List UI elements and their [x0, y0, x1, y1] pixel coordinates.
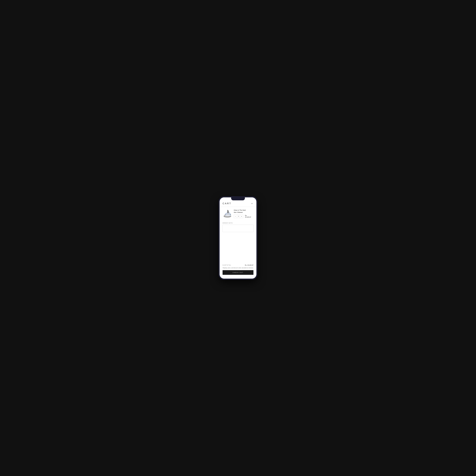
svg-point-7 — [225, 214, 225, 215]
quantity-increase-button[interactable]: + — [240, 215, 243, 218]
cart-panel: CART × — [220, 197, 256, 279]
checkout-button[interactable]: CHECK OUT — [222, 270, 254, 275]
phone-shell: CART × — [219, 197, 257, 279]
shipping-note: Shipping, taxes, and discount codes calc… — [222, 267, 254, 269]
subtotal-amount: Rs. 25,325.97 — [245, 264, 254, 266]
svg-rect-5 — [227, 210, 228, 213]
subtotal-label: SUBTOTAL — [222, 265, 231, 266]
product-shoe-svg — [222, 209, 232, 220]
order-note-label: ORDER NOTE — [222, 222, 254, 224]
size-label: Size: — [234, 212, 237, 213]
cart-bottom: SUBTOTAL Rs. 25,325.97 Shipping, taxes, … — [220, 263, 256, 279]
svg-point-10 — [225, 215, 225, 215]
subtotal-row: SUBTOTAL Rs. 25,325.97 — [222, 264, 254, 266]
order-note-input[interactable] — [222, 225, 254, 232]
phone-screen: CART × — [220, 197, 256, 279]
svg-point-8 — [226, 214, 226, 214]
svg-rect-6 — [228, 210, 229, 213]
scene: CART × — [216, 192, 260, 284]
product-image — [222, 209, 232, 220]
quantity-value: 1 — [237, 215, 240, 218]
product-name: Glow In The Dark — [234, 209, 254, 211]
order-note-section: ORDER NOTE — [220, 221, 256, 234]
cart-title: CART — [222, 202, 231, 205]
product-price: Rs. 25,325.97 — [245, 215, 254, 218]
svg-point-9 — [226, 215, 226, 215]
product-info: Glow In The Dark Size: 5 Women − 1 + Rs. — [234, 209, 254, 218]
quantity-price-row: − 1 + Rs. 25,325.97 — [234, 215, 254, 218]
quantity-control: − 1 + — [234, 215, 243, 218]
size-value: 5 Women — [237, 212, 243, 213]
close-button[interactable]: × — [251, 202, 254, 205]
phone-notch — [231, 197, 245, 200]
product-item: Glow In The Dark Size: 5 Women − 1 + Rs. — [220, 207, 256, 221]
product-size: Size: 5 Women — [234, 212, 254, 213]
quantity-decrease-button[interactable]: − — [234, 215, 237, 218]
svg-rect-1 — [227, 213, 230, 215]
